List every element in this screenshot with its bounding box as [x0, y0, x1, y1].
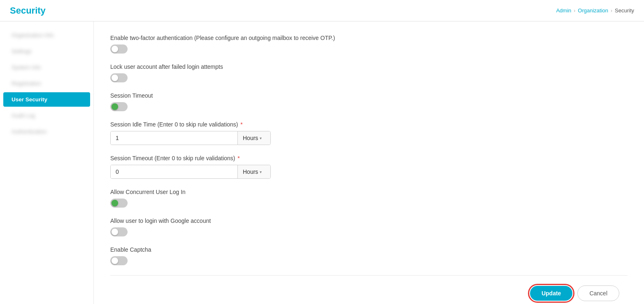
- action-row: Update Cancel: [110, 285, 628, 301]
- session-idle-input[interactable]: [111, 131, 237, 145]
- session-timeout-toggle[interactable]: [110, 102, 128, 111]
- two-factor-toggle[interactable]: [110, 44, 128, 54]
- captcha-knob: [112, 257, 118, 264]
- concurrent-login-section: Allow Concurrent User Log In: [110, 189, 628, 208]
- session-timeout-toggle-section: Session Timeout: [110, 92, 628, 111]
- session-idle-required: *: [239, 121, 242, 128]
- breadcrumb-current: Security: [615, 7, 634, 14]
- lock-account-knob: [112, 75, 118, 81]
- lock-account-toggle-wrap: [110, 73, 628, 82]
- session-idle-input-group: Hours ▾: [110, 131, 271, 145]
- sidebar-item-audit-log[interactable]: Audit Log: [3, 108, 90, 123]
- session-timeout-input[interactable]: [111, 165, 237, 178]
- two-factor-label: Enable two-factor authentication (Please…: [110, 35, 628, 41]
- two-factor-toggle-wrap: [110, 44, 628, 54]
- breadcrumb-sep-2: ›: [611, 8, 612, 14]
- form-divider: [110, 275, 628, 276]
- header: Security Admin › Organization › Security: [0, 0, 644, 21]
- session-timeout-unit-select[interactable]: Hours ▾: [237, 165, 270, 178]
- main-content: Enable two-factor authentication (Please…: [94, 21, 644, 304]
- two-factor-knob: [112, 46, 118, 52]
- session-timeout-required: *: [236, 155, 239, 161]
- sidebar-item-system-info[interactable]: System Info: [3, 60, 90, 75]
- lock-account-label: Lock user account after failed login att…: [110, 63, 628, 70]
- captcha-section: Enable Captcha: [110, 246, 628, 265]
- google-login-toggle-wrap: [110, 227, 628, 236]
- session-timeout-knob: [112, 103, 118, 110]
- sidebar: Organization Info Settings System Info R…: [0, 21, 94, 304]
- concurrent-login-knob: [112, 200, 118, 206]
- sidebar-item-authentication[interactable]: Authentication: [3, 124, 90, 139]
- breadcrumb-sep-1: ›: [574, 8, 575, 14]
- page-title: Security: [10, 5, 46, 16]
- breadcrumb-organization[interactable]: Organization: [578, 7, 608, 14]
- session-timeout-input-section: Session Timeout (Enter 0 to skip rule va…: [110, 155, 628, 179]
- session-timeout-toggle-label: Session Timeout: [110, 92, 628, 99]
- google-login-label: Allow user to login with Google account: [110, 217, 628, 224]
- captcha-toggle-wrap: [110, 256, 628, 265]
- session-timeout-toggle-wrap: [110, 102, 628, 111]
- cancel-button[interactable]: Cancel: [577, 285, 619, 301]
- session-idle-label: Session Idle Time (Enter 0 to skip rule …: [110, 121, 628, 128]
- session-timeout-input-group: Hours ▾: [110, 165, 271, 179]
- lock-account-section: Lock user account after failed login att…: [110, 63, 628, 82]
- two-factor-section: Enable two-factor authentication (Please…: [110, 35, 628, 54]
- breadcrumb-admin[interactable]: Admin: [556, 7, 571, 14]
- sidebar-item-user-security[interactable]: User Security: [3, 92, 90, 107]
- update-button[interactable]: Update: [530, 286, 572, 301]
- captcha-label: Enable Captcha: [110, 246, 628, 253]
- lock-account-toggle[interactable]: [110, 73, 128, 82]
- session-timeout-chevron-icon: ▾: [260, 170, 262, 174]
- concurrent-login-toggle[interactable]: [110, 199, 128, 208]
- session-idle-unit-select[interactable]: Hours ▾: [237, 131, 270, 145]
- google-login-knob: [112, 229, 118, 235]
- google-login-section: Allow user to login with Google account: [110, 217, 628, 236]
- body-layout: Organization Info Settings System Info R…: [0, 21, 644, 304]
- captcha-toggle[interactable]: [110, 256, 128, 265]
- google-login-toggle[interactable]: [110, 227, 128, 236]
- breadcrumb: Admin › Organization › Security: [556, 7, 634, 14]
- concurrent-login-toggle-wrap: [110, 199, 628, 208]
- sidebar-item-settings[interactable]: Settings: [3, 44, 90, 58]
- session-idle-chevron-icon: ▾: [260, 136, 262, 140]
- sidebar-item-organization-info[interactable]: Organization Info: [3, 28, 90, 42]
- session-timeout-unit-label: Hours: [243, 168, 258, 175]
- session-timeout-input-label: Session Timeout (Enter 0 to skip rule va…: [110, 155, 628, 161]
- concurrent-login-label: Allow Concurrent User Log In: [110, 189, 628, 195]
- session-idle-unit-label: Hours: [243, 135, 258, 141]
- session-idle-section: Session Idle Time (Enter 0 to skip rule …: [110, 121, 628, 145]
- sidebar-item-registration[interactable]: Registration: [3, 76, 90, 91]
